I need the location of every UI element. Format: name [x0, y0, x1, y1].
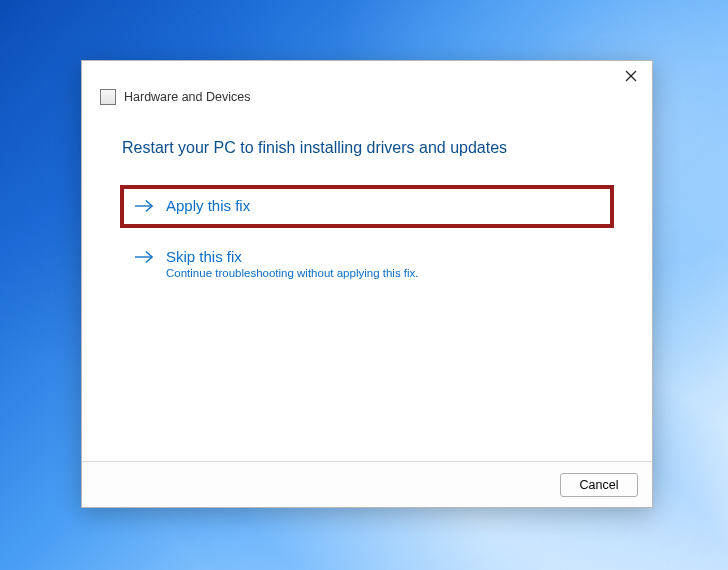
page-heading: Restart your PC to finish installing dri…	[122, 139, 612, 157]
close-icon	[625, 70, 637, 82]
skip-fix-subtitle: Continue troubleshooting without applyin…	[166, 267, 600, 279]
dialog-content: Restart your PC to finish installing dri…	[82, 109, 652, 461]
apply-fix-label: Apply this fix	[166, 197, 250, 214]
cancel-button[interactable]: Cancel	[560, 473, 638, 497]
dialog-footer: Cancel	[82, 461, 652, 507]
close-button[interactable]	[616, 64, 646, 88]
skip-fix-option[interactable]: Skip this fix Continue troubleshooting w…	[122, 238, 612, 291]
arrow-right-icon	[134, 198, 154, 214]
troubleshooter-icon	[100, 89, 116, 105]
troubleshooter-dialog: Hardware and Devices Restart your PC to …	[81, 60, 653, 508]
skip-fix-label: Skip this fix	[166, 248, 242, 265]
titlebar	[82, 61, 652, 91]
dialog-header: Hardware and Devices	[82, 89, 652, 109]
dialog-title: Hardware and Devices	[124, 90, 250, 104]
apply-fix-option[interactable]: Apply this fix	[122, 187, 612, 226]
arrow-right-icon	[134, 249, 154, 265]
